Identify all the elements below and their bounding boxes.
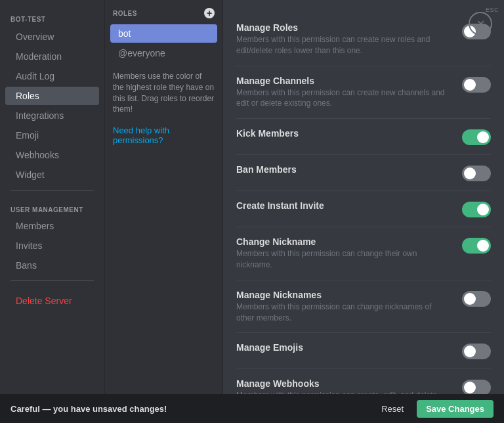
permission-info-manage-channels: Manage ChannelsMembers with this permiss… <box>236 76 462 110</box>
bottom-bar-actions: Reset Save Changes <box>376 400 494 418</box>
roles-help-link[interactable]: Need help with permissions? <box>105 123 222 148</box>
close-area: ✕ ESC <box>486 5 499 13</box>
permission-item-manage-channels: Manage ChannelsMembers with this permiss… <box>236 66 491 120</box>
sidebar-item-widget[interactable]: Widget <box>5 166 99 184</box>
sidebar-item-integrations[interactable]: Integrations <box>5 106 99 125</box>
permission-name-manage-nicknames: Manage Nicknames <box>236 290 449 300</box>
permission-desc-change-nickname: Members with this permission can change … <box>236 248 449 271</box>
sidebar-item-moderation[interactable]: Moderation <box>5 47 99 66</box>
permission-desc-manage-channels: Members with this permission can create … <box>236 87 449 110</box>
permission-toggle-change-nickname[interactable] <box>462 238 491 254</box>
permission-item-manage-nicknames: Manage NicknamesMembers with this permis… <box>236 280 491 334</box>
roles-info-text: Members use the color of the highest rol… <box>105 63 222 123</box>
roles-panel: ROLES + bot @everyone Members use the co… <box>105 0 223 394</box>
close-icon: ✕ <box>476 18 485 30</box>
permission-item-ban-members: Ban Members <box>236 155 491 191</box>
sidebar-divider <box>10 190 94 190</box>
close-button[interactable]: ✕ <box>469 12 492 35</box>
permission-desc-manage-roles: Members with this permission can create … <box>236 34 449 56</box>
delete-server-button[interactable]: Delete Server <box>5 292 99 310</box>
permission-item-manage-webhooks: Manage WebhooksMembers with this permiss… <box>236 369 491 394</box>
sidebar-item-bans[interactable]: Bans <box>5 256 99 275</box>
permission-item-kick-members: Kick Members <box>236 119 491 155</box>
permission-toggle-ban-members[interactable] <box>462 166 491 181</box>
permission-name-create-instant-invite: Create Instant Invite <box>236 200 449 211</box>
user-management-label: USER MANAGEMENT <box>0 201 104 216</box>
add-role-button[interactable]: + <box>204 8 215 18</box>
server-name: BOT-TEST <box>0 8 104 27</box>
unsaved-changes-message: Careful — you have unsaved changes! <box>10 404 167 414</box>
permission-toggle-manage-channels[interactable] <box>462 77 491 93</box>
sidebar-divider-2 <box>10 280 94 281</box>
permission-info-create-instant-invite: Create Instant Invite <box>236 200 462 212</box>
sidebar-item-overview[interactable]: Overview <box>5 28 99 46</box>
roles-header-label: ROLES <box>113 10 137 17</box>
permission-info-ban-members: Ban Members <box>236 164 462 176</box>
permission-info-manage-emojis: Manage Emojis <box>236 342 462 354</box>
permission-info-manage-nicknames: Manage NicknamesMembers with this permis… <box>236 290 462 324</box>
save-changes-button[interactable]: Save Changes <box>417 400 494 418</box>
permission-name-kick-members: Kick Members <box>236 128 449 139</box>
permission-desc-manage-nicknames: Members with this permission can change … <box>236 301 449 324</box>
permission-toggle-create-instant-invite[interactable] <box>462 202 491 217</box>
permission-info-kick-members: Kick Members <box>236 128 462 140</box>
permission-name-change-nickname: Change Nickname <box>236 236 449 247</box>
permission-name-manage-channels: Manage Channels <box>236 76 449 86</box>
permission-info-manage-roles: Manage RolesMembers with this permission… <box>236 22 462 56</box>
permission-item-manage-roles: Manage RolesMembers with this permission… <box>236 13 491 66</box>
sidebar-item-members[interactable]: Members <box>5 217 99 235</box>
permission-name-ban-members: Ban Members <box>236 164 449 175</box>
permission-item-change-nickname: Change NicknameMembers with this permiss… <box>236 227 491 280</box>
sidebar-item-audit-log[interactable]: Audit Log <box>5 67 99 85</box>
permission-info-change-nickname: Change NicknameMembers with this permiss… <box>236 236 462 271</box>
sidebar: BOT-TEST Overview Moderation Audit Log R… <box>0 0 105 394</box>
settings-panel: Manage RolesMembers with this permission… <box>223 0 504 394</box>
permission-name-manage-emojis: Manage Emojis <box>236 342 449 353</box>
role-item-everyone[interactable]: @everyone <box>110 44 217 62</box>
sidebar-item-webhooks[interactable]: Webhooks <box>5 146 99 164</box>
permission-item-create-instant-invite: Create Instant Invite <box>236 191 491 227</box>
permission-toggle-kick-members[interactable] <box>462 129 491 145</box>
permission-name-manage-webhooks: Manage Webhooks <box>236 378 449 389</box>
esc-label: ESC <box>486 7 499 13</box>
permission-toggle-manage-emojis[interactable] <box>462 344 491 359</box>
reset-button[interactable]: Reset <box>376 401 409 416</box>
permission-item-manage-emojis: Manage Emojis <box>236 333 491 369</box>
permissions-list: Manage RolesMembers with this permission… <box>236 13 491 394</box>
permission-info-manage-webhooks: Manage WebhooksMembers with this permiss… <box>236 378 462 394</box>
sidebar-item-roles[interactable]: Roles <box>5 87 99 105</box>
permission-toggle-manage-nicknames[interactable] <box>462 291 491 307</box>
bottom-bar: Careful — you have unsaved changes! Rese… <box>0 394 504 423</box>
permission-name-manage-roles: Manage Roles <box>236 22 449 33</box>
sidebar-item-invites[interactable]: Invites <box>5 236 99 255</box>
sidebar-item-emoji[interactable]: Emoji <box>5 126 99 145</box>
permission-toggle-manage-webhooks[interactable] <box>462 380 491 394</box>
role-item-bot[interactable]: bot <box>110 24 217 43</box>
roles-header: ROLES + <box>105 0 222 24</box>
